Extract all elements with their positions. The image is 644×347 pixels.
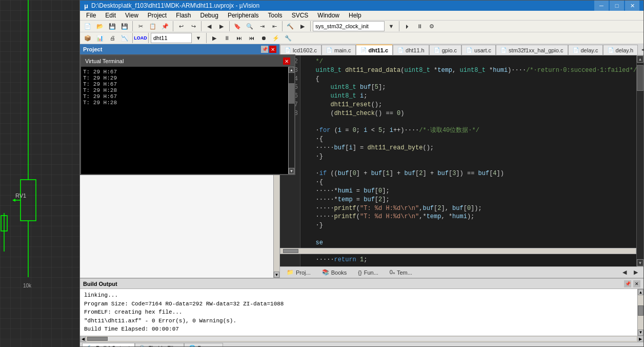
bottom-tab-tem[interactable]: 0ₙ Tem... [385,268,417,277]
tb2-btn2[interactable]: 📊 [94,32,106,44]
new-file-button[interactable]: 📄 [82,21,93,32]
target-options-btn[interactable]: ▼ [386,21,397,32]
build-tab-browser[interactable]: 🌐 Browser [184,343,223,347]
build-close-btn[interactable]: ✕ [633,280,640,287]
bottom-tab-proj[interactable]: 📁 Proj... [282,268,315,277]
nav-left-btn[interactable]: ◀ [619,267,630,278]
tab-dht11c[interactable]: 📄 dht11.c [356,45,393,55]
bottom-tab-books[interactable]: 📚 Books [317,268,352,277]
cut-button[interactable]: ✂ [135,21,146,32]
menu-edit[interactable]: Edit [101,11,120,20]
vt-scroll-up[interactable]: ▲ [289,67,294,73]
target2-input[interactable] [151,33,192,43]
virtual-terminal: Virtual Terminal ✕ T: 29 H:67 T: 29 H:29… [80,54,295,175]
tab-stm32gpio[interactable]: 📄 stm32f1xx_hal_gpio.c [496,45,568,55]
menu-peripherals[interactable]: Peripherals [224,11,263,20]
find-button[interactable]: 🔍 [244,21,255,32]
tb2-run2[interactable]: ⏸ [221,32,232,44]
tb2-dropdown[interactable]: ▼ [193,32,204,44]
menu-svcs[interactable]: SVCS [288,11,313,20]
menu-file[interactable]: File [82,11,100,20]
menu-project[interactable]: Project [144,11,171,20]
build-scroll-left-btn[interactable]: ◀ [80,336,86,342]
tb2-run5[interactable]: ⏺ [258,32,269,44]
debug3-btn[interactable]: ⏸ [414,21,425,32]
target-input[interactable] [313,21,385,31]
menu-help[interactable]: Help [345,11,366,20]
undo-button[interactable]: ↩ [175,21,187,32]
bottom-tab-fun[interactable]: {} Fun... [353,268,383,277]
code-editor[interactable]: 122123124125126 127128 */ uint8_t dht11_… [280,55,636,266]
bookmark-button[interactable]: 🔖 [232,21,243,32]
tb2-btn1[interactable]: 📦 [82,32,93,44]
open-button[interactable]: 📂 [94,21,106,32]
h-scroll-thumb[interactable] [283,249,298,253]
build-tab-output[interactable]: 🔨 Build Output [82,343,135,347]
code-line-132: ·····buf[i] = dht11_read_byte(); [305,144,632,152]
menu-view[interactable]: View [121,11,143,20]
maximize-button[interactable]: □ [610,1,624,11]
nav-back-button[interactable]: ◀ [204,21,215,32]
build-scroll-down[interactable]: ▼ [638,330,643,336]
editor-scroll-up[interactable]: ▲ [637,55,643,63]
menu-window[interactable]: Window [313,11,344,20]
build-scroll-right-btn[interactable]: ▶ [637,336,643,342]
build-scrollbar[interactable]: ▲ ▼ [637,289,643,336]
tab-main[interactable]: 📄 main.c [321,45,355,55]
save-all-button[interactable]: 💾 [119,21,130,32]
redo-button[interactable]: ↪ [188,21,199,32]
vt-close-btn[interactable]: ✕ [283,57,290,65]
build-scroll-thumb[interactable] [638,305,643,316]
editor-scrollbar[interactable]: ▲ ▼ [636,55,643,266]
debug2-btn[interactable]: ⏵ [401,21,413,32]
sep9 [148,33,149,43]
tb2-btn3[interactable]: 🖨 [107,32,118,44]
settings-btn[interactable]: ⚙ [426,21,437,32]
bottom-tab-books-icon: 📚 [322,269,329,276]
tab-delayc[interactable]: 📄 delay.c [568,45,603,55]
build-scroll-up[interactable]: ▲ [638,289,643,295]
tab-delayh[interactable]: 📄 delay.h [603,45,638,55]
indent-button[interactable]: ⇥ [256,21,268,32]
tb2-run1[interactable]: ▶ [209,32,220,44]
project-close-btn[interactable]: ✕ [269,46,276,53]
tb2-run4[interactable]: ⏮ [246,32,257,44]
vt-scroll-thumb[interactable] [289,83,294,104]
editor-scroll-down[interactable]: ▼ [637,259,643,266]
nav-fwd-button[interactable]: ▶ [216,21,227,32]
code-content[interactable]: */ uint8_t dht11_read_data(uint8_t *temp… [300,55,636,266]
nav-right-btn[interactable]: ▶ [630,267,641,278]
vt-scroll-down[interactable]: ▼ [289,168,294,174]
minimize-button[interactable]: ─ [594,1,609,11]
tb2-run6[interactable]: ⚡ [270,32,281,44]
indent2-button[interactable]: ⇤ [269,21,280,32]
vt-scrollbar[interactable]: ▲ ▼ [288,67,294,174]
app-icon: μ [84,2,88,10]
tab-scroll-left[interactable]: ◀ [638,44,643,55]
copy-button[interactable]: 📋 [147,21,158,32]
save-button[interactable]: 💾 [107,21,118,32]
tab-usart[interactable]: 📄 usart.c [461,45,496,55]
build-h-scrollbar[interactable]: ◀ ▶ [80,336,643,342]
project-pin-btn[interactable]: 📌 [261,46,268,53]
tab-gpio[interactable]: 📄 gpio.c [429,45,461,55]
tb2-run3[interactable]: ⏭ [233,32,245,44]
editor-scroll-thumb[interactable] [637,65,643,91]
tab-dht11h[interactable]: 📄 dht11.h [393,45,429,55]
menu-flash[interactable]: Flash [172,11,195,20]
build-tab-find[interactable]: 🔍 Find In Files [135,343,184,347]
tab-lcd1602[interactable]: 📄 lcd1602.c [280,45,321,55]
tb2-load-btn[interactable]: LOAD [135,32,146,44]
scroll-down-arrow[interactable]: ▼ [274,272,279,278]
build-h-thumb[interactable] [87,337,108,341]
h-scrollbar[interactable] [280,248,636,254]
close-button[interactable]: ✕ [625,1,639,11]
tb2-run7[interactable]: 🔧 [283,32,294,44]
build-btn[interactable]: 🔨 [285,21,296,32]
paste-button[interactable]: 📌 [159,21,171,32]
menu-tools[interactable]: Tools [264,11,287,20]
menu-debug[interactable]: Debug [196,11,223,20]
build-pin-btn[interactable]: 📌 [624,280,631,287]
tb2-btn4[interactable]: 📉 [119,32,130,44]
debug-run-btn[interactable]: ▶ [297,21,308,32]
